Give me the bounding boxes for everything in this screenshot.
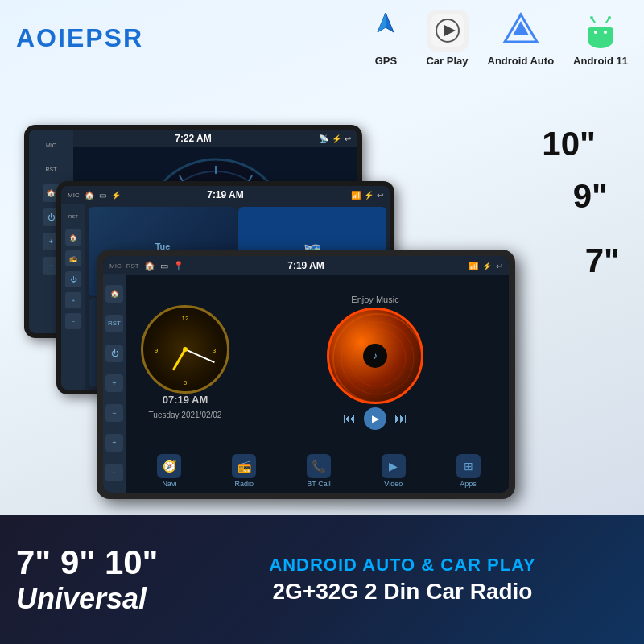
clock-time: 07:19 AM	[163, 394, 208, 406]
apps-icon: ⊞	[456, 454, 481, 478]
d7-side3[interactable]: ⏻	[105, 345, 123, 362]
d7-back: ↩	[496, 262, 502, 270]
d9-usb: ⚡	[111, 191, 121, 200]
apps-label: Apps	[460, 480, 477, 488]
android-car-tag: ANDROID AUTO & CAR PLAY	[269, 555, 535, 576]
feature-gps: GPS	[365, 10, 407, 67]
d7-statusbar: MIC RST 🏠 ▭ 📍 7:19 AM 📶 ⚡ ↩	[103, 256, 509, 275]
d9-back: ↩	[377, 191, 383, 200]
nav-apps[interactable]: ⊞ Apps	[456, 454, 481, 488]
d9-nav3[interactable]: ⏻	[65, 271, 81, 287]
d7-side1[interactable]: 🏠	[105, 285, 123, 303]
d9-right-icons: 📶 ⚡ ↩	[351, 191, 383, 200]
d7-bt: ⚡	[482, 262, 492, 270]
d7-mic-label: MIC	[109, 262, 122, 270]
d9-nav4[interactable]: +	[65, 292, 81, 308]
bottom-sizes: 7" 9" 10"	[16, 543, 177, 582]
d7-side6[interactable]: +	[105, 434, 123, 452]
clock-center	[183, 347, 188, 352]
svg-text:3: 3	[213, 347, 217, 354]
nav-video[interactable]: ▶ Video	[382, 454, 406, 488]
d7-top-area: 12 3 6 9 07:19 AM Tuesday 2021/02/02 Enj…	[129, 275, 509, 448]
carplay-label: Car Play	[426, 55, 468, 67]
d7-side5[interactable]: −	[105, 404, 123, 422]
d9-rst: RST	[65, 208, 81, 225]
d9-rect: ▭	[99, 191, 106, 200]
size-7-label: 7"	[585, 242, 620, 280]
d7-home: 🏠	[144, 261, 155, 271]
d7-wifi: 📶	[469, 262, 478, 270]
d9-nav1[interactable]: 🏠	[65, 229, 81, 246]
d7-side7[interactable]: −	[105, 464, 123, 481]
d7-side-nav: 🏠 RST ⏻ + − + −	[103, 274, 126, 493]
video-label: Video	[384, 480, 402, 488]
disc-center: ♪	[363, 344, 387, 368]
d7-side2[interactable]: RST	[105, 315, 123, 332]
carplay-icon	[427, 10, 469, 52]
d7-content: 12 3 6 9 07:19 AM Tuesday 2021/02/02 Enj…	[129, 275, 509, 493]
d7-bottom-nav: 🧭 Navi 📻 Radio 📞 BT Call ▶ Video	[129, 448, 509, 493]
d9-nav2[interactable]: 📻	[65, 250, 81, 266]
music-note-icon: ♪	[373, 350, 378, 361]
device-7-screen: MIC RST 🏠 ▭ 📍 7:19 AM 📶 ⚡ ↩ 🏠 RST ⏻ +	[103, 256, 509, 493]
svg-text:12: 12	[182, 315, 189, 322]
d9-nav5[interactable]: −	[65, 313, 81, 329]
next-btn[interactable]: ⏭	[394, 411, 407, 426]
btcall-icon: 📞	[307, 454, 331, 478]
size-9-label: 9"	[573, 177, 608, 216]
product-label: 2G+32G 2 Din Car Radio	[273, 579, 533, 605]
d10-rst-label: RST	[43, 160, 60, 178]
svg-text:9: 9	[155, 347, 159, 354]
device-7: MIC RST 🏠 ▭ 📍 7:19 AM 📶 ⚡ ↩ 🏠 RST ⏻ +	[97, 250, 515, 499]
video-icon: ▶	[382, 454, 406, 478]
music-disc: ♪	[327, 308, 423, 404]
navi-label: Navi	[162, 480, 176, 488]
brand-name: AOIEPSR	[16, 23, 143, 53]
btcall-label: BT Call	[307, 480, 330, 488]
d7-side4[interactable]: +	[105, 374, 123, 392]
clock-date: Tuesday 2021/02/02	[149, 411, 222, 419]
svg-point-13	[590, 16, 593, 19]
feature-carplay: Car Play	[426, 10, 468, 67]
bottom-right: ANDROID AUTO & CAR PLAY 2G+32G 2 Din Car…	[177, 555, 628, 605]
header: AOIEPSR GPS	[16, 10, 628, 67]
d9-home: 🏠	[85, 191, 94, 200]
nav-btcall[interactable]: 📞 BT Call	[307, 454, 331, 488]
analog-clock: 12 3 6 9	[141, 305, 229, 394]
d7-rst-label: RST	[126, 262, 139, 270]
music-area: Enjoy Music ♪ ⏮	[242, 275, 509, 448]
radio-icon: 📻	[232, 454, 256, 478]
feature-android11: Android 11	[573, 10, 628, 67]
radio-label: Radio	[234, 480, 254, 488]
feature-android-auto: Android Auto	[488, 10, 555, 67]
bottom-left: 7" 9" 10" Universal	[16, 543, 177, 616]
d9-nav-icons: MIC 🏠 ▭ ⚡	[68, 191, 121, 200]
android-icon	[580, 10, 621, 52]
d9-mic-label: MIC	[68, 192, 80, 199]
android11-label: Android 11	[573, 55, 628, 67]
d7-rect: ▭	[160, 261, 168, 271]
svg-marker-1	[378, 13, 386, 32]
gps-icon	[365, 10, 407, 52]
svg-point-10	[604, 31, 607, 34]
size-10-label: 10"	[542, 125, 596, 163]
music-controls: ⏮ ▶ ⏭	[343, 407, 407, 430]
play-btn[interactable]: ▶	[364, 407, 386, 430]
device-9-statusbar: MIC 🏠 ▭ ⚡ 7:19 AM 📶 ⚡ ↩	[61, 186, 390, 204]
gps-label: GPS	[375, 55, 397, 67]
features-row: GPS Car Play	[365, 10, 628, 67]
nav-radio[interactable]: 📻 Radio	[232, 454, 256, 488]
prev-btn[interactable]: ⏮	[343, 411, 356, 426]
d10-mic-label: MIC	[43, 136, 60, 154]
svg-point-9	[594, 31, 597, 34]
d9-left-nav: RST 🏠 📻 ⏻ + −	[61, 204, 85, 390]
navi-icon: 🧭	[157, 454, 181, 478]
d9-wifi: 📶	[351, 191, 361, 200]
svg-rect-8	[588, 27, 613, 42]
d7-pin: 📍	[173, 261, 184, 271]
d9-bt: ⚡	[364, 191, 374, 200]
svg-text:6: 6	[184, 379, 188, 386]
bottom-universal: Universal	[16, 582, 177, 616]
svg-point-14	[608, 16, 611, 19]
nav-navi[interactable]: 🧭 Navi	[157, 454, 181, 488]
